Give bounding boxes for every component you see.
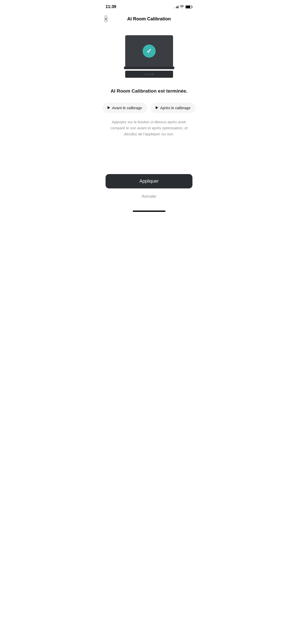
home-bar: [133, 211, 165, 212]
status-icons: [174, 5, 192, 9]
wifi-icon: [180, 5, 184, 9]
home-indicator: [100, 211, 198, 214]
status-message: AI Room Calibration est terminée.: [111, 88, 187, 95]
soundbar-dot-4: [152, 74, 153, 75]
cancel-button[interactable]: Annuler: [137, 192, 161, 200]
status-time: 11:39: [106, 4, 116, 9]
bottom-actions: Appliquer Annuler: [100, 169, 198, 211]
checkmark-circle: ✓: [143, 45, 156, 58]
main-content: ✓ AI Room Calibration est terminée. Avan…: [100, 25, 198, 169]
soundbar-dot-3: [150, 74, 151, 75]
soundbar-dot-1: [145, 74, 146, 75]
after-calibration-button[interactable]: Après le calibrage: [151, 103, 195, 113]
before-calibration-label: Avant le calibrage: [112, 106, 142, 110]
description-text: Appuyez sur le bouton ci-dessus après av…: [107, 119, 191, 137]
tv-base: [124, 67, 174, 69]
compare-buttons: Avant le calibrage Après le calibrage: [107, 103, 191, 113]
apply-button[interactable]: Appliquer: [106, 174, 192, 188]
soundbar: [125, 71, 173, 78]
status-bar: 11:39: [100, 0, 198, 13]
play-before-icon: [108, 106, 110, 109]
signal-icon: [174, 5, 178, 8]
device-illustration: ✓: [124, 35, 174, 78]
back-button[interactable]: ‹: [105, 16, 107, 22]
soundbar-dot-2: [147, 74, 148, 75]
before-calibration-button[interactable]: Avant le calibrage: [103, 103, 147, 113]
battery-icon: [185, 5, 192, 9]
nav-header: ‹ AI Room Calibration: [100, 13, 198, 25]
play-after-icon: [156, 106, 158, 109]
page-title: AI Room Calibration: [127, 16, 171, 22]
tv-screen: ✓: [125, 35, 173, 67]
after-calibration-label: Après le calibrage: [160, 106, 190, 110]
checkmark-icon: ✓: [146, 48, 152, 54]
